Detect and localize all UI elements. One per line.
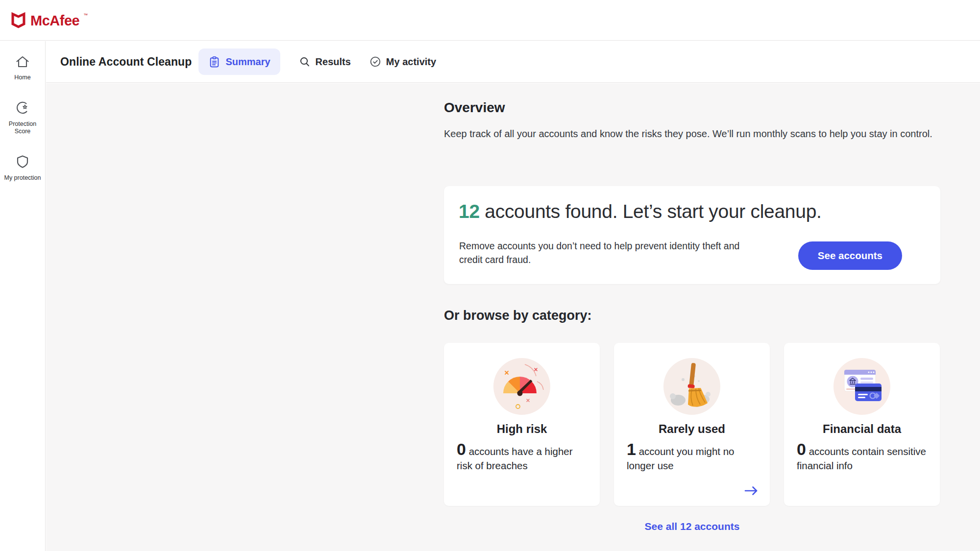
my-protection-icon [15, 154, 30, 171]
category-text: accounts have a higher risk of breaches [457, 446, 573, 471]
sidebar-item-protection-score[interactable]: Protection Score [0, 100, 45, 135]
see-all-accounts-link[interactable]: See all 12 accounts [444, 521, 940, 532]
sidebar-item-label: Protection Score [1, 120, 44, 135]
sidebar-item-label: My protection [1, 174, 44, 182]
tab-label: Results [316, 56, 351, 68]
category-cards-row: High risk 0 accounts have a higher risk … [444, 343, 940, 506]
accounts-found-count: 12 [459, 201, 480, 222]
category-text: account you might no longer use [627, 446, 735, 471]
accounts-found-text: accounts found. Let’s start your cleanup… [480, 201, 822, 222]
category-description: 1 account you might no longer use [627, 442, 758, 473]
accounts-found-heading: 12 accounts found. Let’s start your clea… [459, 201, 822, 222]
category-title: Financial data [784, 422, 940, 436]
accounts-found-card: 12 accounts found. Let’s start your clea… [444, 186, 940, 284]
sidebar: Home Protection Score My protection [0, 41, 46, 551]
risk-gauge-illustration [493, 358, 550, 415]
category-count: 0 [457, 440, 466, 458]
browse-by-category-heading: Or browse by category: [444, 308, 592, 323]
tab-my-activity[interactable]: My activity [369, 56, 436, 68]
mcafee-shield-icon [10, 12, 26, 31]
arrow-right-icon[interactable] [743, 484, 759, 497]
category-description: 0 accounts have a higher risk of breache… [457, 442, 588, 473]
header-bar: Online Account Cleanup Summary Results [46, 41, 980, 83]
brand-trademark: ™ [83, 13, 88, 18]
mcafee-logo: McAfee ™ [10, 12, 88, 31]
search-icon [299, 56, 311, 68]
home-icon [15, 54, 30, 71]
category-card-high-risk[interactable]: High risk 0 accounts have a higher risk … [444, 343, 600, 506]
broom-illustration [663, 358, 720, 415]
tab-label: Summary [225, 56, 270, 68]
protection-score-icon [15, 100, 30, 118]
category-title: High risk [444, 422, 600, 436]
tab-summary[interactable]: Summary [198, 48, 280, 75]
financial-data-illustration [833, 358, 890, 415]
sidebar-item-label: Home [1, 74, 44, 81]
top-bar: McAfee ™ [0, 0, 980, 41]
category-card-financial-data[interactable]: Financial data 0 accounts contain sensit… [784, 343, 940, 506]
see-accounts-button[interactable]: See accounts [798, 241, 902, 270]
clipboard-icon [208, 56, 220, 68]
sidebar-item-my-protection[interactable]: My protection [0, 154, 45, 182]
check-circle-icon [369, 56, 381, 68]
category-card-rarely-used[interactable]: Rarely used 1 account you might no longe… [614, 343, 770, 506]
accounts-found-description: Remove accounts you don’t need to help p… [459, 239, 765, 266]
overview-heading: Overview [444, 100, 505, 116]
page-title: Online Account Cleanup [60, 55, 192, 69]
tab-label: My activity [386, 56, 436, 68]
category-count: 0 [797, 440, 806, 458]
brand-name: McAfee [30, 12, 79, 29]
sidebar-item-home[interactable]: Home [0, 54, 45, 81]
category-count: 1 [627, 440, 636, 458]
category-title: Rarely used [614, 422, 770, 436]
tab-results[interactable]: Results [299, 56, 351, 68]
category-description: 0 accounts contain sensitive financial i… [797, 442, 928, 473]
main-content: Overview Keep track of all your accounts… [46, 83, 980, 551]
overview-description: Keep track of all your accounts and know… [444, 126, 940, 142]
category-text: accounts contain sensitive financial inf… [797, 446, 926, 471]
